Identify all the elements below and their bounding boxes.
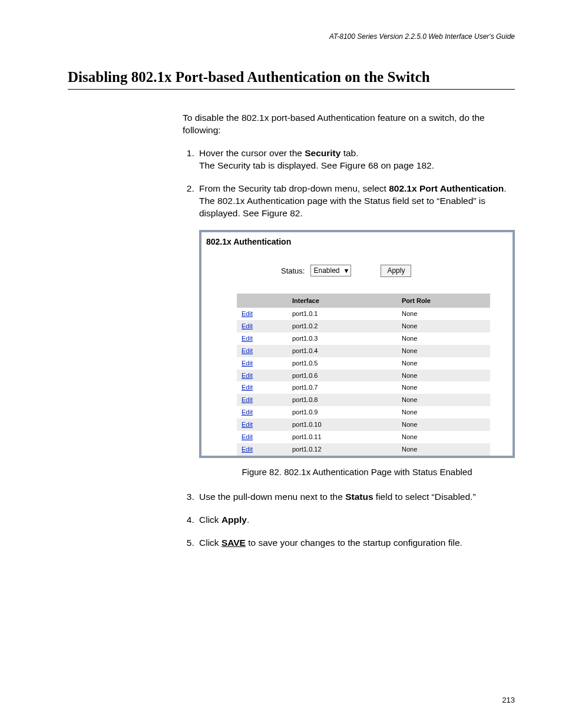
edit-link[interactable]: Edit [242, 446, 253, 453]
step-5: Click SAVE to save your changes to the s… [197, 537, 515, 549]
portrole-cell: None [397, 320, 490, 332]
table-row: Editport1.0.6None [237, 370, 490, 382]
step-2-text-a: From the Security tab drop-down menu, se… [199, 183, 389, 193]
interface-cell: port1.0.6 [287, 370, 397, 382]
table-row: Editport1.0.3None [237, 332, 490, 345]
step-3: Use the pull-down menu next to the Statu… [197, 491, 515, 503]
step-4-text-c: . [247, 515, 249, 525]
status-select-value: Enabled [313, 266, 339, 275]
table-row: Editport1.0.4None [237, 345, 490, 357]
step-1-follow: The Security tab is displayed. See Figur… [199, 160, 515, 172]
edit-link[interactable]: Edit [242, 335, 253, 342]
table-row: Editport1.0.11None [237, 431, 490, 443]
chevron-down-icon: ▼ [343, 266, 350, 275]
portrole-cell: None [397, 431, 490, 443]
interface-cell: port1.0.10 [287, 419, 397, 431]
intro-paragraph: To disable the 802.1x port-based Authent… [183, 112, 515, 137]
interface-cell: port1.0.11 [287, 431, 397, 443]
figure-caption: Figure 82. 802.1x Authentication Page wi… [199, 466, 515, 478]
portrole-cell: None [397, 443, 490, 456]
step-2: From the Security tab drop-down menu, se… [197, 183, 515, 478]
step-1-bold: Security [305, 148, 340, 158]
step-5-text-a: Click [199, 538, 222, 548]
portrole-cell: None [397, 308, 490, 320]
interface-cell: port1.0.1 [287, 308, 397, 320]
portrole-cell: None [397, 406, 490, 419]
figure-panel: 802.1x Authentication Status: Enabled ▼ … [199, 230, 515, 457]
step-3-bold: Status [345, 492, 373, 502]
interface-cell: port1.0.4 [287, 345, 397, 357]
step-1-text-a: Hover the cursor over the [199, 148, 305, 158]
step-4-text-a: Click [199, 515, 222, 525]
step-4-bold: Apply [222, 515, 247, 525]
edit-link[interactable]: Edit [242, 360, 253, 367]
edit-link[interactable]: Edit [242, 409, 253, 416]
apply-button[interactable]: Apply [381, 265, 411, 276]
interface-cell: port1.0.7 [287, 381, 397, 394]
step-2-text-c: . [504, 183, 506, 193]
table-row: Editport1.0.8None [237, 394, 490, 406]
edit-link[interactable]: Edit [242, 322, 253, 330]
title-rule [68, 89, 515, 90]
edit-link[interactable]: Edit [242, 396, 253, 403]
step-2-bold: 802.1x Port Authentication [389, 183, 504, 193]
step-4: Click Apply. [197, 514, 515, 526]
edit-link[interactable]: Edit [242, 384, 253, 391]
portrole-cell: None [397, 332, 490, 345]
edit-link[interactable]: Edit [242, 347, 253, 354]
table-row: Editport1.0.2None [237, 320, 490, 332]
interface-cell: port1.0.8 [287, 394, 397, 406]
interface-cell: port1.0.12 [287, 443, 397, 456]
table-row: Editport1.0.10None [237, 419, 490, 431]
col-interface: Interface [287, 294, 397, 308]
edit-link[interactable]: Edit [242, 421, 253, 428]
table-row: Editport1.0.7None [237, 381, 490, 394]
portrole-cell: None [397, 357, 490, 370]
edit-link[interactable]: Edit [242, 433, 253, 440]
step-2-follow: The 802.1x Authentication page with the … [199, 195, 515, 220]
table-row: Editport1.0.1None [237, 308, 490, 320]
steps-list: Hover the cursor over the Security tab. … [183, 147, 515, 549]
status-select[interactable]: Enabled ▼ [310, 265, 351, 276]
table-row: Editport1.0.9None [237, 406, 490, 419]
table-row: Editport1.0.5None [237, 357, 490, 370]
portrole-cell: None [397, 381, 490, 394]
step-1: Hover the cursor over the Security tab. … [197, 147, 515, 172]
status-label: Status: [281, 266, 305, 276]
step-3-text-a: Use the pull-down menu next to the [199, 492, 345, 502]
edit-link[interactable]: Edit [242, 310, 253, 317]
interface-cell: port1.0.2 [287, 320, 397, 332]
table-row: Editport1.0.12None [237, 443, 490, 456]
col-edit [237, 294, 287, 308]
ports-table: Interface Port Role Editport1.0.1NoneEdi… [237, 294, 490, 456]
interface-cell: port1.0.3 [287, 332, 397, 345]
panel-title: 802.1x Authentication [206, 237, 291, 246]
step-1-text-c: tab. [340, 148, 358, 158]
page-number: 213 [502, 696, 515, 704]
portrole-cell: None [397, 345, 490, 357]
interface-cell: port1.0.5 [287, 357, 397, 370]
status-row: Status: Enabled ▼ Apply [281, 259, 513, 293]
edit-link[interactable]: Edit [242, 372, 253, 379]
running-head: AT-8100 Series Version 2.2.5.0 Web Inter… [68, 32, 515, 41]
portrole-cell: None [397, 370, 490, 382]
step-5-save: SAVE [222, 538, 246, 548]
step-5-text-c: to save your changes to the startup conf… [246, 538, 462, 548]
interface-cell: port1.0.9 [287, 406, 397, 419]
portrole-cell: None [397, 419, 490, 431]
col-portrole: Port Role [397, 294, 490, 308]
step-3-text-c: field to select “Disabled.” [373, 492, 476, 502]
portrole-cell: None [397, 394, 490, 406]
section-title: Disabling 802.1x Port-based Authenticati… [68, 69, 515, 85]
